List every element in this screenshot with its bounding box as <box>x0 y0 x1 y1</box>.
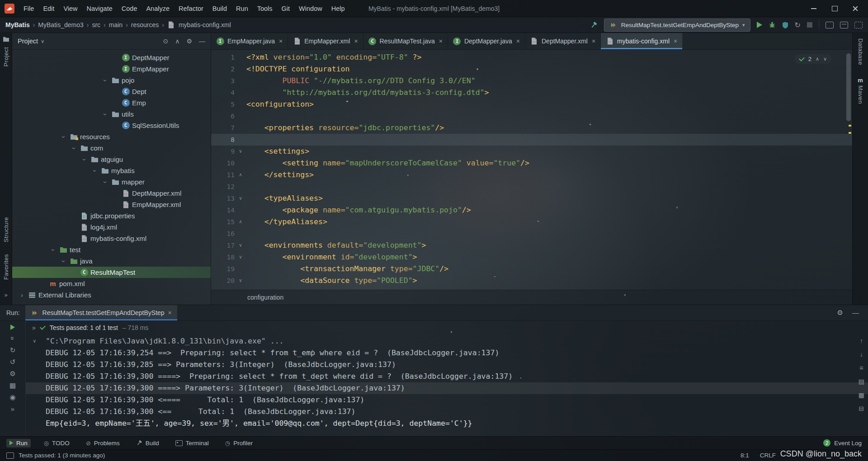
app-logo-icon[interactable] <box>5 4 14 14</box>
menu-view[interactable]: View <box>59 0 82 17</box>
tree-item-test[interactable]: ›test <box>12 244 211 255</box>
fold-marker[interactable]: ∨ <box>235 275 246 287</box>
profiler-button[interactable]: ↻ <box>795 21 801 29</box>
chevron-down-icon[interactable]: › <box>91 167 99 174</box>
menu-refactor[interactable]: Refactor <box>174 0 208 17</box>
prev-warning-icon[interactable]: ∧ <box>816 56 819 62</box>
toggle-auto-test-icon[interactable]: ↺ <box>10 358 16 365</box>
fold-marker[interactable]: ∨ <box>235 146 246 157</box>
run-configuration-select[interactable]: ResultMapTest.testGetEmpAndDeptByStep ▾ <box>604 19 750 32</box>
breadcrumb-item-resources[interactable]: resources <box>131 21 159 28</box>
chevron-right-icon[interactable]: › <box>18 292 26 299</box>
fold-marker[interactable]: ∨ <box>235 240 246 251</box>
tree-item-atguigu[interactable]: ›atguigu <box>12 154 211 165</box>
layout-icon[interactable] <box>840 22 848 28</box>
menu-git[interactable]: Git <box>277 0 295 17</box>
tool-tab-database[interactable]: Database <box>857 38 864 65</box>
chevron-down-icon[interactable]: › <box>102 76 109 84</box>
hide-panel-icon[interactable]: — <box>199 38 205 45</box>
fold-marker[interactable]: ∨ <box>235 251 246 263</box>
tree-item-utils[interactable]: ›utils <box>12 108 211 120</box>
tree-item-deptmapper[interactable]: IDeptMapper <box>12 52 211 63</box>
coverage-button[interactable] <box>782 22 788 28</box>
editor-scrollbar[interactable] <box>846 53 851 121</box>
tree-item-resources[interactable]: ›resources <box>12 131 211 142</box>
tree-item-log4j-xml[interactable]: <>log4j.xml <box>12 221 211 233</box>
tool-window-button-profiler[interactable]: ◷Profiler <box>222 439 256 447</box>
warning-stripe-mark[interactable] <box>849 132 851 134</box>
close-icon[interactable]: × <box>279 38 283 45</box>
close-icon[interactable]: × <box>674 38 677 45</box>
next-warning-icon[interactable]: ∨ <box>823 56 827 62</box>
event-log-button[interactable]: Event Log <box>834 440 862 447</box>
collapse-icon[interactable]: » <box>9 336 16 340</box>
tool-window-button-run[interactable]: Run <box>6 439 31 447</box>
tree-item-resultmaptest[interactable]: CResultMapTest <box>12 267 211 278</box>
chevron-down-icon[interactable]: › <box>60 133 67 141</box>
tree-item-sqlsessionutils[interactable]: CSqlSessionUtils <box>12 120 211 131</box>
tree-item-deptmapper-xml[interactable]: <>DeptMapper.xml <box>12 188 211 199</box>
menu-file[interactable]: File <box>19 0 38 17</box>
chevron-down-icon[interactable]: › <box>81 155 88 163</box>
settings-icon[interactable]: ⚙ <box>186 38 192 45</box>
window-icon[interactable] <box>6 452 14 459</box>
minimize-button[interactable] <box>810 5 817 12</box>
menu-build[interactable]: Build <box>208 0 231 17</box>
scroll-up-icon[interactable]: ↑ <box>860 337 863 344</box>
run-button[interactable] <box>757 22 762 28</box>
build-hammer-icon[interactable] <box>590 21 598 29</box>
inspections-widget[interactable]: 2 ∧ ∨ <box>795 54 831 64</box>
tree-item-jdbc-properties[interactable]: ≡jdbc.properties <box>12 210 211 221</box>
chevron-down-icon[interactable]: › <box>50 246 57 254</box>
layout-icon[interactable]: ▦ <box>9 382 16 389</box>
project-view-select[interactable]: Project <box>18 38 38 45</box>
run-tab[interactable]: ResultMapTest.testGetEmpAndDeptByStep × <box>25 305 177 320</box>
tool-tab-structure[interactable]: Structure <box>3 217 9 242</box>
tab-empmapper-java[interactable]: IEmpMapper.java× <box>211 33 288 49</box>
tool-tab-project[interactable]: Project <box>3 47 9 66</box>
tree-item-empmapper[interactable]: IEmpMapper <box>12 63 211 75</box>
menu-run[interactable]: Run <box>231 0 253 17</box>
tab-empmapper-xml[interactable]: <>EmpMapper.xml× <box>288 33 363 49</box>
tree-item-pom-xml[interactable]: mpom.xml <box>12 278 211 289</box>
fold-marker[interactable]: ∧ <box>235 216 246 228</box>
close-icon[interactable]: × <box>439 38 443 45</box>
tool-window-button-build[interactable]: Build <box>133 439 162 447</box>
tree-item-java[interactable]: ›java <box>12 255 211 267</box>
commit-icon[interactable] <box>826 22 834 28</box>
breadcrumb-item-src[interactable]: src <box>92 21 100 28</box>
soft-wrap-icon[interactable]: ≡ <box>859 364 863 372</box>
editor[interactable]: 1<?xml version="1.0" encoding="UTF-8" ?>… <box>211 50 852 290</box>
tree-item-mybatis-config-xml[interactable]: <>mybatis-config.xml <box>12 233 211 244</box>
tree-item-mapper[interactable]: ›mapper <box>12 176 211 188</box>
expand-icon[interactable]: » <box>32 324 36 331</box>
more-tool-windows-icon[interactable]: » <box>4 292 7 298</box>
tool-window-button-todo[interactable]: ◎TODO <box>41 439 73 447</box>
chevron-down-icon[interactable]: › <box>60 257 67 265</box>
fold-marker[interactable]: ∨ <box>33 335 36 347</box>
warning-stripe-mark[interactable] <box>849 125 851 127</box>
caret-position[interactable]: 8:1 <box>741 452 749 459</box>
print-icon[interactable]: ▦ <box>859 391 864 399</box>
fullscreen-icon[interactable] <box>854 22 863 28</box>
menu-help[interactable]: Help <box>327 0 349 17</box>
menu-navigate[interactable]: Navigate <box>82 0 117 17</box>
tool-window-button-terminal[interactable]: Terminal <box>172 439 212 447</box>
tree-item-pojo[interactable]: ›pojo <box>12 75 211 86</box>
tree-item-external-libraries[interactable]: ›External Libraries <box>12 289 211 301</box>
menu-analyze[interactable]: Analyze <box>142 0 174 17</box>
menu-window[interactable]: Window <box>294 0 327 17</box>
breadcrumb-item-mybatis[interactable]: MyBatis <box>5 21 30 28</box>
tree-item-com[interactable]: ›com <box>12 142 211 154</box>
menu-edit[interactable]: Edit <box>38 0 59 17</box>
tool-tab-maven[interactable]: m Maven <box>857 77 864 104</box>
collapse-all-icon[interactable]: ∧ <box>175 38 179 45</box>
scroll-to-end-icon[interactable]: ▤ <box>859 378 864 385</box>
project-tab-icon[interactable] <box>3 36 9 44</box>
menu-code[interactable]: Code <box>117 0 142 17</box>
breadcrumb-item-main[interactable]: main <box>109 21 123 28</box>
close-button[interactable] <box>852 5 859 12</box>
tree-item-empmapper-xml[interactable]: <>EmpMapper.xml <box>12 199 211 210</box>
tab-deptmapper-xml[interactable]: <>DeptMapper.xml× <box>525 33 601 49</box>
more-options-icon[interactable]: » <box>11 405 14 412</box>
